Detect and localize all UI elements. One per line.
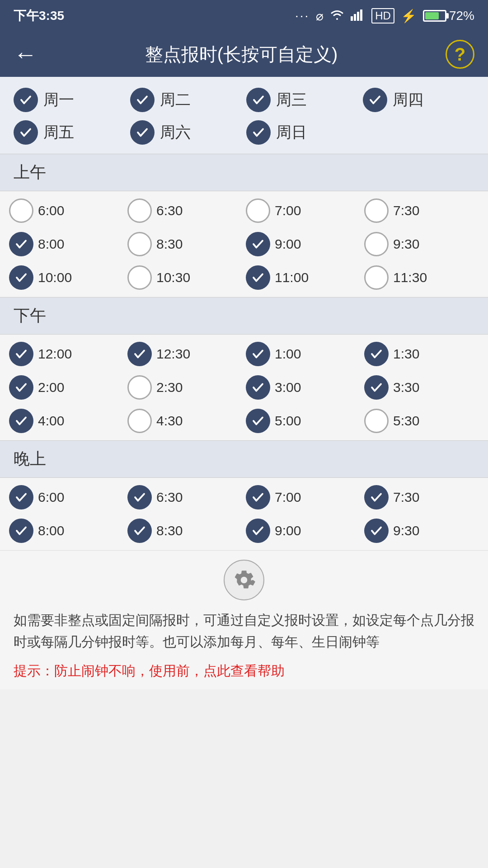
time-item-1-8[interactable]: 4:00 bbox=[9, 409, 124, 433]
time-item-1-5[interactable]: 2:30 bbox=[127, 375, 242, 400]
checkbox-checked bbox=[14, 120, 38, 145]
time-item-0-3[interactable]: 7:30 bbox=[364, 198, 479, 223]
day-item-3[interactable]: 周四 bbox=[363, 88, 475, 112]
time-label: 6:00 bbox=[38, 490, 64, 505]
time-item-0-11[interactable]: 11:30 bbox=[364, 265, 479, 290]
day-item-4[interactable]: 周五 bbox=[14, 120, 126, 145]
status-bar: 下午3:35 ··· ⌀ HD ⚡ 72% bbox=[0, 0, 488, 32]
times-grid-1: 12:0012:301:001:302:002:303:003:304:004:… bbox=[9, 342, 479, 433]
time-label: 6:30 bbox=[156, 490, 183, 505]
time-label: 2:00 bbox=[38, 380, 64, 395]
footer-hint[interactable]: 提示：防止闹钟不响，使用前，点此查看帮助 bbox=[14, 662, 474, 680]
time-item-1-4[interactable]: 2:00 bbox=[9, 375, 124, 400]
time-item-2-0[interactable]: 6:00 bbox=[9, 485, 124, 509]
time-item-1-0[interactable]: 12:00 bbox=[9, 342, 124, 366]
checkbox-checked bbox=[364, 375, 389, 400]
section-header-2: 晚上 bbox=[0, 440, 488, 478]
wifi-icon bbox=[330, 8, 344, 24]
section-header-1: 下午 bbox=[0, 297, 488, 335]
time-label: 1:00 bbox=[275, 346, 301, 362]
days-grid: 周一周二周三周四周五周六周日 bbox=[14, 88, 474, 145]
checkbox-unchecked bbox=[246, 198, 270, 223]
checkbox-checked bbox=[9, 409, 33, 433]
times-grid-2: 6:006:307:007:308:008:309:009:30 bbox=[9, 485, 479, 543]
day-item-5[interactable]: 周六 bbox=[130, 120, 242, 145]
time-item-1-6[interactable]: 3:00 bbox=[246, 375, 361, 400]
day-item-0[interactable]: 周一 bbox=[14, 88, 126, 112]
time-item-1-3[interactable]: 1:30 bbox=[364, 342, 479, 366]
time-label: 4:00 bbox=[38, 413, 64, 429]
time-label: 5:00 bbox=[275, 413, 301, 429]
checkbox-checked bbox=[127, 485, 152, 509]
day-label: 周三 bbox=[276, 90, 307, 110]
time-item-1-11[interactable]: 5:30 bbox=[364, 409, 479, 433]
checkbox-checked bbox=[246, 342, 270, 366]
hd-badge: HD bbox=[371, 8, 394, 24]
time-item-1-1[interactable]: 12:30 bbox=[127, 342, 242, 366]
time-label: 9:00 bbox=[275, 523, 301, 538]
svg-rect-2 bbox=[357, 12, 359, 21]
time-item-2-3[interactable]: 7:30 bbox=[364, 485, 479, 509]
checkbox-checked bbox=[364, 519, 389, 543]
time-item-2-4[interactable]: 8:00 bbox=[9, 519, 124, 543]
time-label: 8:00 bbox=[38, 236, 64, 252]
time-label: 9:30 bbox=[393, 236, 419, 252]
checkbox-unchecked bbox=[127, 375, 152, 400]
day-label: 周六 bbox=[160, 122, 191, 143]
back-button[interactable]: ← bbox=[14, 41, 37, 68]
page-title: 整点报时(长按可自定义) bbox=[37, 42, 446, 67]
battery-icon bbox=[423, 10, 446, 22]
time-item-0-7[interactable]: 9:30 bbox=[364, 232, 479, 256]
battery-percent: 72% bbox=[449, 9, 474, 23]
time-item-0-4[interactable]: 8:00 bbox=[9, 232, 124, 256]
checkbox-checked bbox=[246, 88, 271, 112]
time-label: 8:00 bbox=[38, 523, 64, 538]
day-item-1[interactable]: 周二 bbox=[130, 88, 242, 112]
svg-rect-1 bbox=[354, 14, 356, 21]
time-label: 10:30 bbox=[156, 270, 190, 285]
time-item-2-5[interactable]: 8:30 bbox=[127, 519, 242, 543]
checkbox-checked bbox=[9, 485, 33, 509]
checkbox-checked bbox=[127, 519, 152, 543]
help-button[interactable]: ? bbox=[446, 40, 474, 69]
time-item-2-7[interactable]: 9:30 bbox=[364, 519, 479, 543]
time-label: 11:30 bbox=[393, 270, 427, 285]
time-item-0-9[interactable]: 10:30 bbox=[127, 265, 242, 290]
times-section-1: 12:0012:301:001:302:002:303:003:304:004:… bbox=[0, 335, 488, 440]
time-item-0-8[interactable]: 10:00 bbox=[9, 265, 124, 290]
time-item-2-2[interactable]: 7:00 bbox=[246, 485, 361, 509]
time-label: 12:00 bbox=[38, 346, 72, 362]
checkbox-checked bbox=[246, 409, 270, 433]
signal-icon bbox=[351, 8, 365, 24]
day-item-2[interactable]: 周三 bbox=[246, 88, 358, 112]
time-label: 9:00 bbox=[275, 236, 301, 252]
checkbox-checked bbox=[364, 485, 389, 509]
time-item-0-6[interactable]: 9:00 bbox=[246, 232, 361, 256]
checkbox-checked bbox=[246, 120, 271, 145]
header: ← 整点报时(长按可自定义) ? bbox=[0, 32, 488, 77]
battery-container: 72% bbox=[423, 9, 474, 23]
time-item-1-7[interactable]: 3:30 bbox=[364, 375, 479, 400]
checkbox-checked bbox=[246, 265, 270, 290]
checkbox-unchecked bbox=[364, 232, 389, 256]
time-item-1-2[interactable]: 1:00 bbox=[246, 342, 361, 366]
time-item-0-1[interactable]: 6:30 bbox=[127, 198, 242, 223]
time-item-1-9[interactable]: 4:30 bbox=[127, 409, 242, 433]
time-item-0-5[interactable]: 8:30 bbox=[127, 232, 242, 256]
time-item-1-10[interactable]: 5:00 bbox=[246, 409, 361, 433]
settings-button[interactable] bbox=[224, 560, 264, 600]
checkbox-checked bbox=[14, 88, 38, 112]
checkbox-checked bbox=[364, 342, 389, 366]
time-label: 7:30 bbox=[393, 490, 419, 505]
time-label: 11:00 bbox=[275, 270, 309, 285]
checkbox-checked bbox=[9, 519, 33, 543]
time-item-2-6[interactable]: 9:00 bbox=[246, 519, 361, 543]
time-item-0-10[interactable]: 11:00 bbox=[246, 265, 361, 290]
time-item-0-2[interactable]: 7:00 bbox=[246, 198, 361, 223]
time-item-2-1[interactable]: 6:30 bbox=[127, 485, 242, 509]
time-item-0-0[interactable]: 6:00 bbox=[9, 198, 124, 223]
section-header-0: 上午 bbox=[0, 154, 488, 191]
checkbox-checked bbox=[9, 342, 33, 366]
day-item-6[interactable]: 周日 bbox=[246, 120, 358, 145]
time-label: 6:30 bbox=[156, 203, 183, 218]
